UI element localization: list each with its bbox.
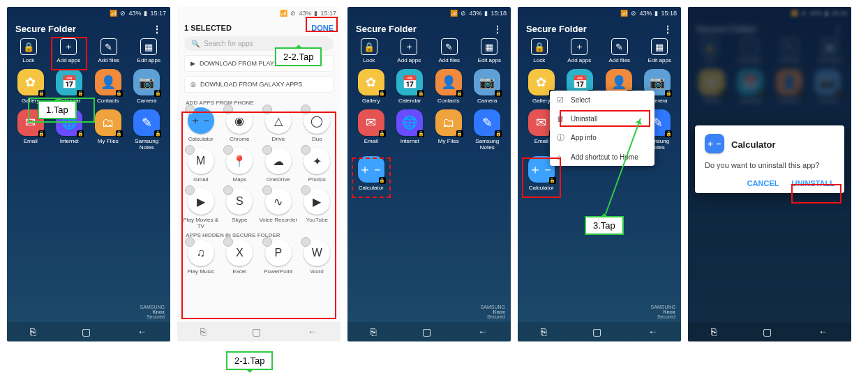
gallery-icon: ✿🔒	[17, 69, 44, 95]
recents-button[interactable]: ⎘	[711, 326, 717, 337]
app-word[interactable]: WWord	[298, 240, 337, 275]
status-bar: 📶 ⊘ 43% ▮ 15:18	[347, 7, 511, 20]
back-button[interactable]: ←	[478, 326, 488, 337]
recents-button[interactable]: ⎘	[30, 326, 36, 337]
notes-label: Samsung Notes	[128, 138, 167, 151]
gmail-icon: M	[188, 148, 214, 174]
app-voice[interactable]: ∿Voice Recorder	[259, 188, 298, 229]
app-calendar[interactable]: 📅🔒Calendar	[391, 69, 430, 104]
add-files-button[interactable]: ✎Add files	[601, 38, 638, 63]
cancel-button[interactable]: CANCEL	[747, 179, 779, 187]
app-email[interactable]: ✉🔒Email	[352, 109, 391, 151]
app-maps[interactable]: 📍Maps	[220, 148, 260, 183]
recents-button[interactable]: ⎘	[371, 326, 376, 337]
edit-apps-button[interactable]: ▦Edit apps	[130, 38, 167, 63]
playmovies-icon: ▶	[188, 188, 214, 215]
back-button[interactable]: ←	[818, 326, 828, 337]
contacts-label: Contacts	[437, 98, 460, 104]
app-camera[interactable]: 📷🔒Camera	[468, 69, 507, 104]
context-menu: ☑Select 🗑Uninstall ⓘApp info ⌂Add shortc…	[550, 91, 654, 166]
home-button[interactable]: ▢	[592, 326, 601, 337]
app-notes[interactable]: ✎🔒Samsung Notes	[128, 109, 167, 151]
home-button[interactable]: ▢	[422, 326, 431, 337]
gallery-label: Gallery	[532, 98, 550, 104]
menu-select[interactable]: ☑Select	[550, 91, 654, 109]
drive-icon: △	[265, 107, 292, 134]
battery-text: 43%	[469, 10, 481, 17]
menu-add-shortcut[interactable]: ⌂Add shortcut to Home	[550, 148, 654, 166]
menu-app-info[interactable]: ⓘApp info	[550, 128, 654, 148]
app-photos[interactable]: ✦Photos	[298, 148, 337, 183]
home-button[interactable]: ▢	[82, 326, 91, 337]
youtube-icon: ▶	[304, 188, 330, 215]
app-playmusic[interactable]: ♫Play Music	[181, 240, 220, 275]
app-myfiles[interactable]: 🗂🔒My Files	[89, 109, 128, 151]
lock-button[interactable]: 🔒Lock	[10, 38, 47, 63]
playmusic-label: Play Music	[187, 268, 214, 275]
back-button[interactable]: ←	[137, 326, 147, 337]
app-notes[interactable]: ✎🔒Samsung Notes	[468, 109, 507, 151]
add-apps-button[interactable]: ＋Add apps	[561, 38, 597, 63]
uninstall-button[interactable]: UNINSTALL	[791, 179, 835, 187]
internet-label: Internet	[401, 138, 419, 144]
app-camera[interactable]: 📷🔒Camera	[128, 69, 167, 104]
add-files-button[interactable]: ✎Add files	[91, 38, 127, 63]
app-powerpoint[interactable]: PPowerPoint	[259, 240, 298, 275]
add-files-button[interactable]: ✎Add files	[431, 38, 467, 63]
app-youtube[interactable]: ▶YouTube	[298, 188, 337, 229]
more-options-button[interactable]: ⋮	[152, 26, 162, 33]
app-excel[interactable]: XExcel	[220, 240, 260, 275]
chrome-label: Chrome	[230, 136, 249, 142]
app-drive[interactable]: △Drive	[259, 107, 298, 142]
email-icon: ✉🔒	[358, 109, 384, 136]
callout-step1: 1.Tap	[38, 100, 77, 119]
word-icon: W	[304, 240, 330, 266]
app-contacts[interactable]: 👤🔒Contacts	[429, 69, 468, 104]
internet-icon: 🌐🔒	[396, 109, 423, 136]
add-files-label: Add files	[98, 57, 119, 63]
download-galaxy-apps-button[interactable]: ◎ DOWNLOAD FROM GALAXY APPS	[184, 76, 334, 93]
lock-button[interactable]: 🔒Lock	[521, 38, 558, 63]
home-icon: ⌂	[557, 153, 565, 161]
app-calculator[interactable]: ＋－Calculator	[181, 107, 220, 142]
gallery-label: Gallery	[22, 98, 39, 104]
page-title: Secure Folder	[526, 24, 587, 34]
app-internet[interactable]: 🌐🔒Internet	[391, 109, 430, 151]
myfiles-label: My Files	[98, 138, 119, 144]
wifi-icon: 📶	[110, 10, 117, 17]
app-playmovies[interactable]: ▶Play Movies & TV	[181, 188, 220, 229]
battery-text: 43%	[639, 10, 652, 17]
app-onedrive[interactable]: ☁OneDrive	[259, 148, 298, 183]
more-options-button[interactable]: ⋮	[663, 26, 673, 33]
add-apps-button[interactable]: ＋Add apps	[391, 38, 427, 63]
back-button[interactable]: ←	[648, 326, 658, 337]
no-signal-icon: ⊘	[290, 10, 296, 17]
edit-apps-button[interactable]: ▦Edit apps	[641, 38, 678, 63]
app-gallery[interactable]: ✿🔒Gallery	[11, 69, 50, 104]
app-contacts[interactable]: 👤🔒Contacts	[89, 69, 128, 104]
app-calculator[interactable]: ＋－🔒Calculator	[352, 156, 391, 191]
back-button[interactable]: ←	[308, 326, 317, 337]
app-chrome[interactable]: ◉Chrome	[220, 107, 260, 142]
calculator-icon: ＋－	[188, 107, 214, 134]
skype-label: Skype	[232, 217, 247, 223]
contacts-icon: 👤🔒	[435, 69, 462, 95]
done-button[interactable]: DONE	[311, 24, 334, 32]
home-button[interactable]: ▢	[763, 326, 772, 337]
app-gallery[interactable]: ✿🔒Gallery	[352, 69, 391, 104]
edit-apps-button[interactable]: ▦Edit apps	[471, 38, 507, 63]
maps-icon: 📍	[226, 148, 253, 174]
add-apps-button[interactable]: ＋Add apps	[50, 38, 87, 63]
home-button[interactable]: ▢	[252, 326, 261, 337]
app-gmail[interactable]: MGmail	[181, 148, 220, 183]
lock-button[interactable]: 🔒Lock	[351, 38, 387, 63]
chrome-icon: ◉	[226, 107, 253, 134]
app-myfiles[interactable]: 🗂🔒My Files	[429, 109, 468, 151]
grid-icon: ▦	[140, 38, 157, 55]
recents-button[interactable]: ⎘	[541, 326, 546, 337]
app-duo[interactable]: ◯Duo	[298, 107, 337, 142]
recents-button[interactable]: ⎘	[200, 326, 206, 337]
onedrive-icon: ☁	[265, 148, 292, 174]
app-skype[interactable]: SSkype	[220, 188, 260, 229]
more-options-button[interactable]: ⋮	[493, 26, 502, 33]
